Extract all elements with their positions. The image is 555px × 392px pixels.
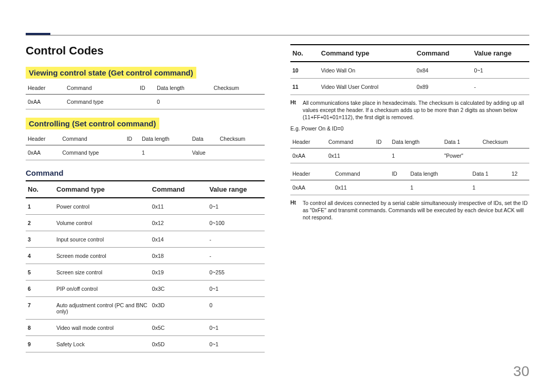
left-column: Control Codes Viewing control state (Get…	[26, 44, 265, 352]
table-row: 2Volume control0x120~100	[26, 215, 265, 231]
th: Checksum	[212, 81, 265, 95]
th: Data length	[390, 135, 442, 148]
th-no: No.	[26, 181, 54, 198]
th: Data 1	[442, 135, 480, 148]
th: ID	[125, 132, 140, 145]
table-controlling: Header Command ID Data length Data Check…	[26, 132, 265, 160]
table-viewing: Header Command ID Data length Checksum 0…	[26, 81, 265, 109]
note-text: To control all devices connected by a se…	[303, 199, 529, 221]
note-broadcast: Ht To control all devices connected by a…	[290, 199, 529, 221]
section-command-title: Command	[26, 169, 265, 177]
table-example-b: Header Command ID Data length Data 1 12 …	[290, 166, 529, 195]
th: Header	[26, 132, 60, 145]
th: Command	[333, 166, 390, 180]
th: ID	[374, 135, 390, 148]
top-rule	[26, 35, 529, 35]
example-line: E.g. Power On & ID=0	[290, 125, 529, 132]
th: ID	[138, 81, 155, 95]
table-row: 11Video Wall User Control0x89-	[290, 79, 529, 95]
table-row: 0xAA 0x11 1 "Power"	[290, 148, 529, 163]
table-row: 1Power control0x110~1	[26, 198, 265, 215]
note-label: Ht	[290, 199, 303, 221]
right-column: No. Command type Command Value range 10V…	[290, 44, 529, 352]
th: Header	[290, 166, 333, 180]
th: Checksum	[480, 135, 529, 148]
th: Command	[326, 135, 374, 148]
th: Data length	[155, 81, 212, 95]
page-content: Control Codes Viewing control state (Get…	[0, 0, 555, 373]
th: Data length	[140, 132, 190, 145]
note-label: Ht	[290, 99, 303, 121]
th: Data	[190, 132, 218, 145]
th: Command	[60, 132, 124, 145]
table-row: 6PIP on/off control0x3C0~1	[26, 281, 265, 297]
table-row: 10Video Wall On0x840~1	[290, 62, 529, 79]
th: Command	[65, 81, 138, 95]
page-number: 30	[513, 363, 529, 380]
th: 12	[509, 166, 529, 180]
table-row: 9Safety Lock0x5D0~1	[26, 336, 265, 352]
table-row: 0xAA 0x11 1 1	[290, 180, 529, 195]
table-row: 7Auto adjustment control (PC and BNC onl…	[26, 297, 265, 320]
th-no: No.	[290, 45, 319, 62]
note-checksum: Ht All communications take place in hexa…	[290, 99, 529, 121]
th: Header	[290, 135, 326, 148]
table-row: 0xAA Command type 0	[26, 95, 265, 109]
table-row: 0xAA Command type 1 Value	[26, 145, 265, 160]
th-cmd: Command	[415, 45, 472, 62]
th: Checksum	[218, 132, 265, 145]
table-example-a: Header Command ID Data length Data 1 Che…	[290, 135, 529, 163]
th: Data 1	[470, 166, 509, 180]
table-row: 3Input source control0x14-	[26, 231, 265, 248]
section-controlling-title: Controlling (Set control command)	[26, 118, 159, 129]
th: Header	[26, 81, 65, 95]
th: Data length	[409, 166, 471, 180]
th-type: Command type	[54, 181, 150, 198]
th-range: Value range	[207, 181, 265, 198]
th: ID	[390, 166, 408, 180]
th-range: Value range	[472, 45, 529, 62]
table-row: 8Video wall mode control0x5C0~1	[26, 320, 265, 336]
accent-bar	[26, 33, 50, 35]
section-viewing-title: Viewing control state (Get control comma…	[26, 67, 196, 79]
page-title: Control Codes	[26, 44, 265, 58]
table-row: 4Screen mode control0x18-	[26, 248, 265, 264]
note-text: All communications take place in hexadec…	[303, 99, 529, 121]
table-commands-right: No. Command type Command Value range 10V…	[290, 44, 529, 95]
th-cmd: Command	[150, 181, 208, 198]
table-row: 5Screen size control0x190~255	[26, 264, 265, 281]
th-type: Command type	[319, 45, 415, 62]
table-commands-left: No. Command type Command Value range 1Po…	[26, 180, 265, 352]
